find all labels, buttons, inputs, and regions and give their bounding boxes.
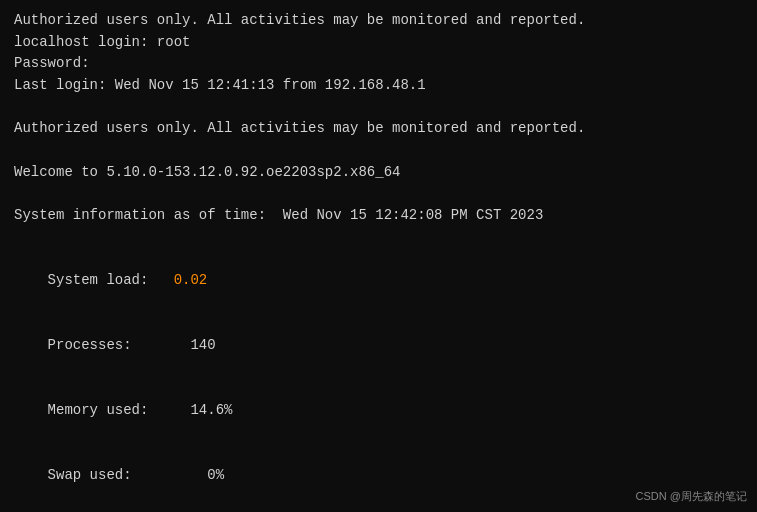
welcome-line: Welcome to 5.10.0-153.12.0.92.oe2203sp2.… [14, 162, 743, 184]
blank-line-3 [14, 184, 743, 206]
swap-value: 0% [207, 467, 224, 483]
swap-line: Swap used:0% [14, 444, 743, 509]
system-load-value: 0.02 [174, 272, 208, 288]
auth-line-2: Authorized users only. All activities ma… [14, 118, 743, 140]
blank-line-1 [14, 97, 743, 119]
auth-line-1: Authorized users only. All activities ma… [14, 10, 743, 32]
watermark: CSDN @周先森的笔记 [636, 489, 747, 504]
system-load-label: System load: [48, 272, 149, 288]
system-load-line: System load:0.02 [14, 249, 743, 314]
login-line: localhost login: root [14, 32, 743, 54]
memory-value: 14.6% [190, 402, 232, 418]
processes-line: Processes:140 [14, 314, 743, 379]
blank-line-4 [14, 227, 743, 249]
memory-label: Memory used: [48, 402, 149, 418]
terminal-window[interactable]: Authorized users only. All activities ma… [0, 0, 757, 512]
processes-value: 140 [190, 337, 215, 353]
processes-label: Processes: [48, 337, 132, 353]
last-login-line: Last login: Wed Nov 15 12:41:13 from 192… [14, 75, 743, 97]
swap-label: Swap used: [48, 467, 132, 483]
blank-line-2 [14, 140, 743, 162]
sysinfo-line: System information as of time: Wed Nov 1… [14, 205, 743, 227]
password-line: Password: [14, 53, 743, 75]
memory-line: Memory used:14.6% [14, 379, 743, 444]
